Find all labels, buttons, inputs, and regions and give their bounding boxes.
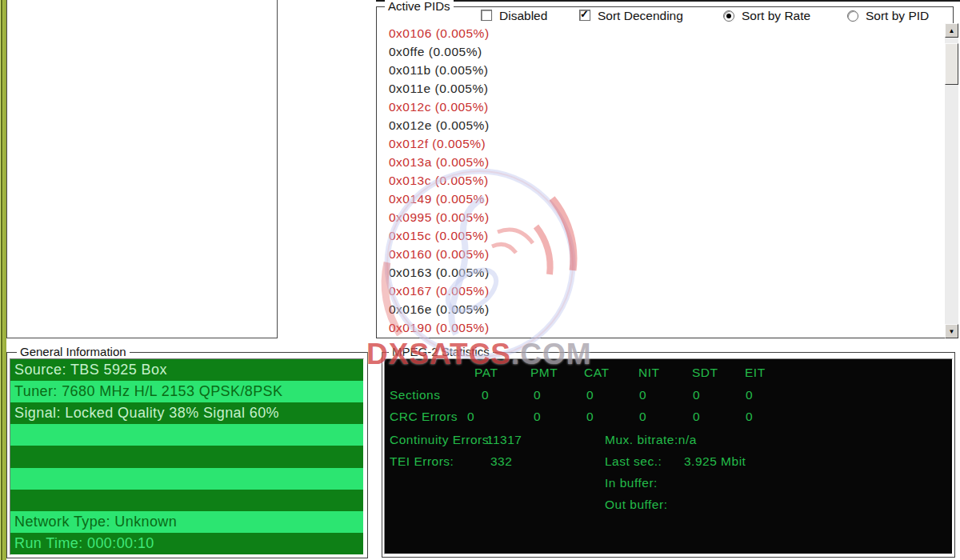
analyzer-window: Active PIDs ✓ Disabled ✓ Sort Decending … <box>0 0 960 560</box>
info-row-run-time: Run Time: 000:00:10 <box>10 533 363 554</box>
sort-descending-checkbox[interactable]: ✓ <box>579 10 590 21</box>
pid-list-item[interactable]: 0x013a (0.005%) <box>389 155 490 174</box>
general-information-title: General Information <box>17 345 130 358</box>
crc-errors-value: 0 <box>639 410 646 424</box>
up-arrow-icon: ▲ <box>949 27 955 34</box>
pid-list-item[interactable]: 0x0149 (0.005%) <box>389 192 490 210</box>
pid-list-scrollbar[interactable]: ▲ ▼ <box>945 23 958 338</box>
sections-value: 0 <box>639 388 646 402</box>
pid-list-item[interactable]: 0x0190 (0.005%) <box>389 321 490 339</box>
pid-list-item[interactable]: 0x0163 (0.005%) <box>389 266 490 284</box>
pid-list-item[interactable]: 0x0995 (0.005%) <box>389 210 490 229</box>
crc-errors-row-label: CRC Errors <box>390 410 458 424</box>
out-buffer-label: Out buffer: <box>605 498 667 512</box>
info-row-tuner: Tuner: 7680 MHz H/L 2153 QPSK/8PSK <box>10 381 363 402</box>
mpeg2-statistics-panel: PAT PMT CAT NIT SDT EIT Sections 0 0 0 0… <box>384 358 953 554</box>
last-sec-value: 3.925 Mbit <box>684 454 746 469</box>
window-left-edge <box>0 0 6 560</box>
col-header-nit: NIT <box>638 366 659 380</box>
info-row-source: Source: TBS 5925 Box <box>10 359 363 381</box>
window-top-edge <box>376 0 960 2</box>
info-row-empty <box>10 424 363 446</box>
disabled-checkbox[interactable]: ✓ <box>481 10 492 21</box>
crc-errors-value: 0 <box>467 410 474 424</box>
scroll-down-button[interactable]: ▼ <box>945 324 958 338</box>
pid-list-item[interactable]: 0x0167 (0.005%) <box>389 284 490 302</box>
mux-bitrate-value: n/a <box>678 433 697 446</box>
sort-descending-label: Sort Decending <box>598 9 683 23</box>
last-sec-label: Last sec.: <box>605 454 662 469</box>
continuity-errors-value: 11317 <box>486 433 522 447</box>
pid-list-item[interactable]: 0x016e (0.005%) <box>389 302 490 321</box>
sections-value: 0 <box>746 388 753 402</box>
active-pids-list: 0x0106 (0.005%) 0x0ffe (0.005%) 0x011b (… <box>389 26 490 339</box>
sections-value: 0 <box>534 388 541 402</box>
crc-errors-value: 0 <box>534 410 541 424</box>
sections-row-label: Sections <box>390 388 440 402</box>
pid-list-item[interactable]: 0x015c (0.005%) <box>389 229 490 247</box>
mpeg2-statistics-group: MPEG-2 Statistics PAT PMT CAT NIT SDT EI… <box>382 352 955 558</box>
pid-list-item[interactable]: 0x0106 (0.005%) <box>389 26 490 45</box>
col-header-cat: CAT <box>584 366 609 380</box>
scrollbar-thumb[interactable] <box>945 43 958 85</box>
general-information-group: General Information Source: TBS 5925 Box… <box>6 352 368 558</box>
crc-errors-value: 0 <box>586 410 594 424</box>
info-row-empty <box>10 468 363 490</box>
check-icon: ✓ <box>580 8 589 20</box>
sort-by-pid-label: Sort by PID <box>866 9 929 23</box>
in-buffer-label: In buffer: <box>605 476 658 490</box>
crc-errors-value: 0 <box>746 410 753 424</box>
pid-list-item[interactable]: 0x012e (0.005%) <box>389 118 490 137</box>
pid-list-item[interactable]: 0x0ffe (0.005%) <box>389 45 490 63</box>
tei-errors-label: TEI Errors: <box>390 454 454 469</box>
mux-bitrate-label: Mux. bitrate: <box>605 433 678 446</box>
active-pids-title: Active PIDs <box>385 0 454 13</box>
mpeg2-statistics-title: MPEG-2 Statistics <box>389 345 493 358</box>
info-row-empty <box>10 490 363 511</box>
sort-by-pid-radio[interactable] <box>847 10 858 22</box>
pid-list-item[interactable]: 0x013c (0.005%) <box>389 174 490 192</box>
content-panel <box>6 0 278 338</box>
sections-value: 0 <box>586 388 594 402</box>
col-header-pmt: PMT <box>530 366 558 380</box>
disabled-label: Disabled <box>499 9 547 23</box>
crc-errors-value: 0 <box>693 410 700 424</box>
tei-errors-value: 332 <box>490 454 512 469</box>
col-header-eit: EIT <box>745 366 766 380</box>
radio-dot-icon <box>726 14 731 18</box>
col-header-sdt: SDT <box>692 366 718 380</box>
scroll-up-button[interactable]: ▲ <box>945 23 958 38</box>
pid-list-item[interactable]: 0x012f (0.005%) <box>389 137 490 155</box>
info-row-network-type: Network Type: Unknown <box>10 511 363 533</box>
col-header-pat: PAT <box>474 366 498 380</box>
pid-list-item[interactable]: 0x011e (0.005%) <box>389 82 490 100</box>
sort-by-rate-radio[interactable] <box>723 10 734 22</box>
sections-value: 0 <box>693 388 700 402</box>
down-arrow-icon: ▼ <box>949 328 955 335</box>
pid-list-item[interactable]: 0x011b (0.005%) <box>389 63 490 82</box>
general-information-panel: Source: TBS 5925 Box Tuner: 7680 MHz H/L… <box>10 358 364 555</box>
sort-by-rate-label: Sort by Rate <box>742 9 810 23</box>
continuity-errors-label: Continuity Errors: <box>390 433 493 447</box>
pid-list-item[interactable]: 0x012c (0.005%) <box>389 100 490 118</box>
pid-list-item[interactable]: 0x0160 (0.005%) <box>389 247 490 266</box>
sections-value: 0 <box>482 388 489 402</box>
mux-bitrate: Mux. bitrate:n/a <box>605 433 697 447</box>
info-row-empty <box>10 446 363 467</box>
info-row-signal: Signal: Locked Quality 38% Signal 60% <box>10 402 363 424</box>
active-pids-group: Active PIDs ✓ Disabled ✓ Sort Decending … <box>376 6 954 338</box>
